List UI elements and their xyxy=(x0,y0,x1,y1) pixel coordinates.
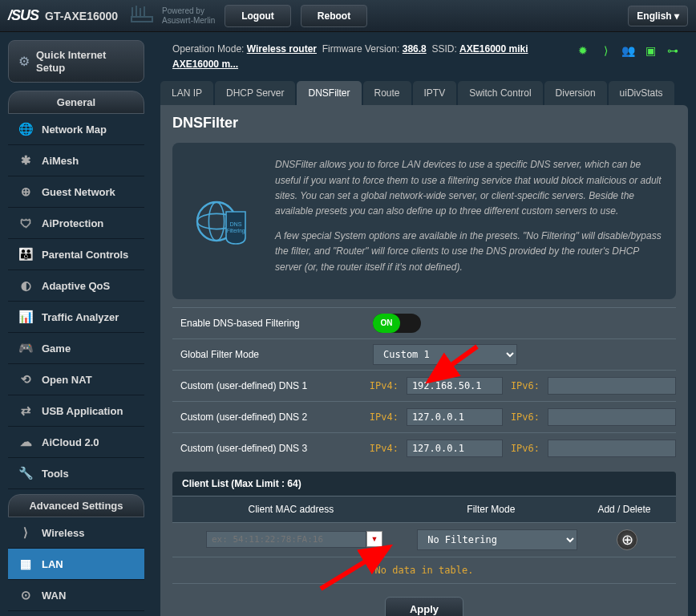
svg-text:DNS: DNS xyxy=(229,221,241,228)
status-usb-icon[interactable]: ⊶ xyxy=(666,43,680,58)
mesh-icon: ✱ xyxy=(18,153,34,168)
nav-tools[interactable]: 🔧Tools xyxy=(8,458,144,489)
dns2-ipv4-input[interactable] xyxy=(407,408,503,426)
col-action: Add / Delete xyxy=(573,496,676,522)
desc-p2: A few special System options are availab… xyxy=(275,229,662,275)
language-select[interactable]: English xyxy=(628,6,688,26)
enable-toggle[interactable]: ON xyxy=(373,314,421,333)
status-line: Operation Mode: Wireless router Firmware… xyxy=(160,32,688,77)
tab-uidivstats[interactable]: uiDivStats xyxy=(609,81,674,105)
tab-diversion[interactable]: Diversion xyxy=(544,81,607,105)
apply-button[interactable]: Apply xyxy=(385,597,463,616)
nav-traffic-analyzer[interactable]: 📊Traffic Analyzer xyxy=(8,302,144,333)
tab-dnsfilter[interactable]: DNSFilter xyxy=(297,81,361,105)
logout-button[interactable]: Logout xyxy=(225,5,291,27)
router-icon xyxy=(130,4,154,27)
col-filter: Filter Mode xyxy=(410,496,573,522)
global-filter-label: Global Filter Mode xyxy=(172,344,373,365)
svg-point-2 xyxy=(208,202,224,241)
shield-icon: 🛡 xyxy=(18,216,34,230)
status-wifi-icon[interactable]: ⟩ xyxy=(598,43,613,58)
quick-internet-setup[interactable]: ⚙ Quick Internet Setup xyxy=(8,40,144,83)
status-gear-icon[interactable]: ✹ xyxy=(576,43,590,58)
chart-icon: 📊 xyxy=(18,310,34,324)
global-filter-select[interactable]: Custom 1 xyxy=(373,344,517,365)
family-icon: 👪 xyxy=(18,247,34,261)
wifi-icon: ⟩ xyxy=(18,525,34,540)
dns2-label: Custom (user-defined) DNS 2 xyxy=(172,407,370,428)
status-users-icon[interactable]: 👥 xyxy=(621,43,635,58)
dns3-ipv4-input[interactable] xyxy=(407,440,503,457)
main-content: Operation Mode: Wireless router Firmware… xyxy=(152,32,696,616)
page-title: DNSFilter xyxy=(172,115,676,132)
mac-dropdown-button[interactable]: ▼ xyxy=(366,531,382,547)
opmode-link[interactable]: Wireless router xyxy=(247,43,317,55)
tab-switch-control[interactable]: Switch Control xyxy=(458,81,542,105)
nav-lan[interactable]: ▦LAN xyxy=(8,549,144,580)
guest-icon: ⊕ xyxy=(18,184,34,199)
mac-input[interactable] xyxy=(206,531,366,548)
tab-route[interactable]: Route xyxy=(363,81,411,105)
dns3-ipv6-input[interactable] xyxy=(548,440,676,457)
lan-icon: ▦ xyxy=(18,557,34,571)
nav-open-nat[interactable]: ⟲Open NAT xyxy=(8,364,144,395)
status-net-icon[interactable]: ▣ xyxy=(643,43,658,58)
no-data-message: No data in table. xyxy=(172,557,676,583)
nav-game[interactable]: 🎮Game xyxy=(8,333,144,364)
nat-icon: ⟲ xyxy=(18,372,34,387)
gear-icon: ⚙ xyxy=(18,54,30,69)
general-header: General xyxy=(8,91,144,114)
globe-icon: 🌐 xyxy=(18,122,34,136)
desc-p1: DNSFilter allows you to force LAN device… xyxy=(275,157,662,219)
filter-mode-select[interactable]: No Filtering xyxy=(417,529,577,550)
tab-dhcp-server[interactable]: DHCP Server xyxy=(215,81,295,105)
nav-adaptive-qos[interactable]: ◐Adaptive QoS xyxy=(8,270,144,302)
tab-lan-ip[interactable]: LAN IP xyxy=(160,81,213,105)
nav-aiprotection[interactable]: 🛡AiProtection xyxy=(8,208,144,239)
dns1-ipv4-input[interactable] xyxy=(407,377,503,395)
usb-icon: ⇄ xyxy=(18,403,34,418)
dns3-label: Custom (user-defined) DNS 3 xyxy=(172,438,370,459)
client-list-header: Client List (Max Limit : 64) xyxy=(172,472,676,496)
nav-aicloud[interactable]: ☁AiCloud 2.0 xyxy=(8,427,144,458)
nav-aimesh[interactable]: ✱AiMesh xyxy=(8,145,144,176)
reboot-button[interactable]: Reboot xyxy=(301,5,367,27)
dns2-ipv6-input[interactable] xyxy=(548,408,676,426)
svg-text:Filtering: Filtering xyxy=(227,228,245,234)
cloud-icon: ☁ xyxy=(18,435,34,449)
enable-label: Enable DNS-based Filtering xyxy=(172,313,373,334)
nav-guest-network[interactable]: ⊕Guest Network xyxy=(8,176,144,208)
dns-filtering-icon: DNS Filtering xyxy=(187,157,259,284)
powered-by: Powered by Asuswrt-Merlin xyxy=(162,6,215,26)
nav-parental-controls[interactable]: 👪Parental Controls xyxy=(8,239,144,270)
nav-usb-application[interactable]: ⇄USB Application xyxy=(8,395,144,427)
dns1-label: Custom (user-defined) DNS 1 xyxy=(172,375,370,396)
nav-wan[interactable]: ⊙WAN xyxy=(8,580,144,611)
nav-wireless[interactable]: ⟩Wireless xyxy=(8,517,144,549)
brand-logo: /SUS xyxy=(8,7,38,24)
wan-icon: ⊙ xyxy=(18,588,34,602)
wrench-icon: 🔧 xyxy=(18,466,34,480)
tab-iptv[interactable]: IPTV xyxy=(413,81,457,105)
top-bar: /SUS GT-AXE16000 Powered by Asuswrt-Merl… xyxy=(0,0,696,32)
dns1-ipv6-input[interactable] xyxy=(548,377,676,395)
sidebar: ⚙ Quick Internet Setup General 🌐Network … xyxy=(0,32,152,616)
col-mac: Client MAC address xyxy=(172,496,410,522)
advanced-header: Advanced Settings xyxy=(8,494,144,517)
gauge-icon: ◐ xyxy=(18,278,34,293)
model-name: GT-AXE16000 xyxy=(45,10,118,22)
add-button[interactable]: ⊕ xyxy=(617,529,637,550)
description-box: DNS Filtering DNSFilter allows you to fo… xyxy=(172,143,676,298)
panel: DNSFilter DNS Filtering DNSFilter allows… xyxy=(160,105,688,616)
fw-link[interactable]: 386.8 xyxy=(403,43,427,55)
nav-network-map[interactable]: 🌐Network Map xyxy=(8,114,144,145)
game-icon: 🎮 xyxy=(18,341,34,355)
tabs: LAN IPDHCP ServerDNSFilterRouteIPTVSwitc… xyxy=(160,81,688,105)
